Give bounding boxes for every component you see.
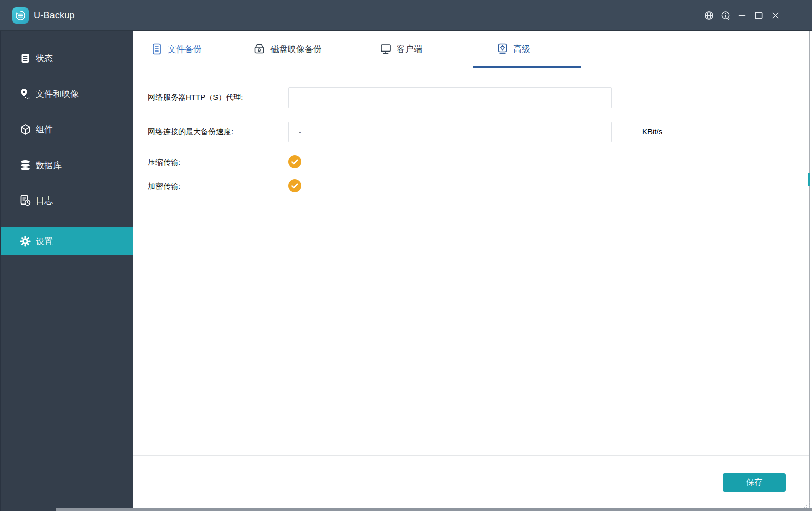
tabbar-divider (133, 68, 809, 68)
maximize-icon (754, 11, 764, 20)
sidebar-item-settings[interactable]: 设置 (1, 227, 133, 255)
sidebar-item-label: 数据库 (36, 160, 62, 171)
minimize-icon (737, 11, 747, 20)
sidebar-item-status[interactable]: 状态 (1, 44, 133, 72)
scrollbar-track (809, 31, 810, 508)
u-backup-window: { "app": { "title": "U-Backup" }, "title… (0, 0, 812, 511)
compress-label: 压缩传输: (148, 158, 180, 167)
location-pin-icon (19, 88, 31, 100)
tab-file-backup[interactable]: 文件备份 (151, 38, 202, 60)
sidebar-item-label: 文件和映像 (36, 88, 79, 100)
encrypt-checkbox[interactable] (288, 179, 301, 192)
cube-icon (19, 123, 31, 135)
sidebar-item-database[interactable]: 数据库 (1, 151, 133, 179)
tab-client[interactable]: 客户端 (380, 38, 422, 60)
sidebar-item-label: 日志 (36, 195, 53, 207)
app-logo (12, 7, 29, 24)
maximize-button[interactable] (754, 11, 764, 20)
speed-label: 网络连接的最大备份速度: (148, 127, 233, 137)
log-clock-icon (19, 194, 31, 207)
proxy-label: 网络服务器HTTP（S）代理: (148, 93, 243, 103)
tab-label: 高级 (513, 43, 530, 55)
proxy-input[interactable] (288, 87, 612, 108)
encrypt-label: 加密传输: (148, 182, 180, 191)
speed-unit-label: KBit/s (642, 127, 662, 136)
close-button[interactable] (771, 11, 780, 20)
resize-grip-icon[interactable] (803, 501, 811, 509)
active-tab-underline (473, 66, 581, 68)
file-backup-icon (151, 43, 163, 55)
database-icon (19, 159, 31, 171)
window-controls (704, 0, 780, 31)
tab-label: 文件备份 (168, 43, 202, 55)
status-document-icon (19, 52, 31, 64)
compress-checkbox[interactable] (288, 155, 301, 168)
titlebar: U-Backup (0, 0, 812, 31)
sidebar-item-label: 状态 (36, 53, 53, 64)
check-icon (291, 159, 298, 165)
footer-divider (133, 455, 809, 456)
minimize-button[interactable] (737, 11, 747, 20)
check-icon (291, 183, 298, 189)
language-globe-button[interactable] (704, 11, 714, 20)
sidebar: 状态 文件和映像 组件 (0, 31, 133, 511)
tab-label: 磁盘映像备份 (270, 43, 322, 55)
app-title: U-Backup (34, 0, 75, 31)
gear-icon (19, 235, 31, 247)
disk-image-icon (253, 43, 265, 55)
backup-sync-icon (15, 10, 26, 21)
sidebar-item-logs[interactable]: 日志 (1, 186, 133, 215)
sidebar-item-components[interactable]: 组件 (1, 115, 133, 143)
scrollbar-thumb[interactable] (808, 173, 810, 186)
speed-input[interactable] (288, 122, 612, 142)
tab-label: 客户端 (397, 43, 422, 55)
about-info-button[interactable] (721, 11, 730, 20)
sidebar-item-label: 组件 (36, 124, 53, 135)
globe-icon (704, 11, 714, 20)
advanced-gear-icon (497, 43, 508, 55)
save-button[interactable]: 保存 (723, 473, 786, 492)
info-icon (721, 11, 730, 20)
sidebar-item-label: 设置 (36, 236, 53, 247)
tab-advanced[interactable]: 高级 (497, 38, 530, 60)
window-bottom-border (56, 508, 812, 511)
close-icon (771, 11, 780, 20)
client-monitor-icon (380, 43, 392, 55)
sidebar-item-files-images[interactable]: 文件和映像 (1, 80, 133, 108)
tab-disk-image-backup[interactable]: 磁盘映像备份 (253, 38, 322, 60)
